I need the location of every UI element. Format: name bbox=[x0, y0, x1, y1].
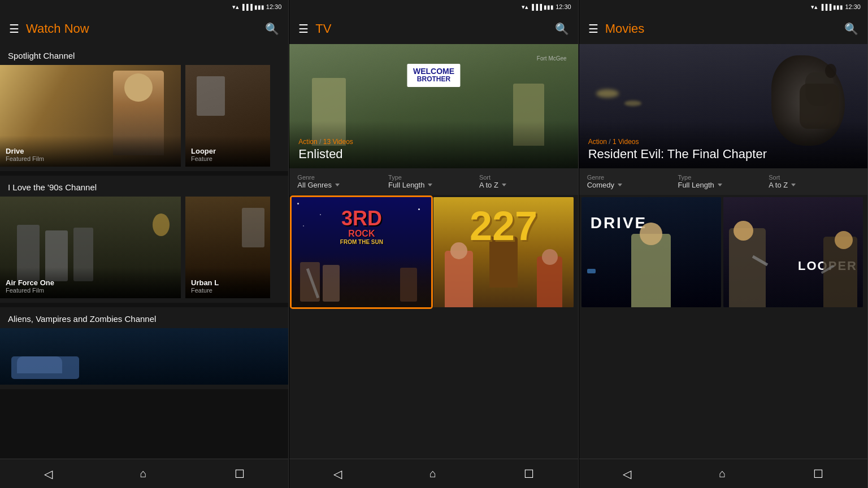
airforce-overlay: Air Force One Featured Film bbox=[0, 267, 181, 298]
back-btn-3[interactable]: ◁ bbox=[609, 463, 645, 485]
type-filter-label: Type bbox=[388, 174, 479, 181]
drive-overlay: Drive Featured Film bbox=[0, 136, 181, 167]
status-icons-1: ▾▴ ▐▐▐ ▮▮▮ 12:30 bbox=[232, 3, 282, 11]
movies-grid: DRIVE LOOPER bbox=[579, 195, 867, 459]
urban-card[interactable]: Urban L Feature bbox=[185, 197, 270, 298]
home-btn-1[interactable]: ⌂ bbox=[127, 463, 160, 485]
tv-genre-label: Action bbox=[298, 138, 317, 146]
wifi-icon: ▾▴ bbox=[232, 3, 239, 11]
90s-section: I Love the '90s Channel Air Force One bbox=[0, 176, 288, 303]
movies-type-filter[interactable]: Type Full Length bbox=[678, 174, 769, 189]
drive-card[interactable]: Drive Featured Film bbox=[0, 65, 181, 167]
sort-filter-label: Sort bbox=[479, 174, 570, 181]
spotlight-row: Drive Featured Film Looper Feature bbox=[0, 65, 288, 171]
watch-now-content: Spotlight Channel Drive Featured Film bbox=[0, 44, 288, 459]
movies-genre-label: Genre bbox=[587, 174, 678, 181]
movies-genre-label: Action bbox=[588, 138, 607, 146]
tv-hero-overlay: Action / 13 Videos Enlisted bbox=[289, 121, 578, 168]
signal-icon: ▐▐▐ bbox=[241, 4, 253, 10]
urban-name: Urban L bbox=[191, 278, 264, 287]
sort-arrow-icon bbox=[502, 184, 506, 186]
movies-genre-filter[interactable]: Genre Comedy bbox=[587, 174, 678, 189]
type-filter[interactable]: Type Full Length bbox=[388, 174, 479, 189]
90s-title: I Love the '90s Channel bbox=[0, 176, 288, 197]
battery-icon-3: ▮▮▮ bbox=[833, 4, 843, 10]
spotlight-section: Spotlight Channel Drive Featured Film bbox=[0, 44, 288, 171]
movies-panel: ▾▴ ▐▐▐ ▮▮▮ 12:30 ☰ Movies 🔍 bbox=[579, 0, 868, 488]
urban-overlay: Urban L Feature bbox=[185, 267, 270, 298]
looper-movie-card[interactable]: LOOPER bbox=[723, 197, 863, 307]
home-btn-3[interactable]: ⌂ bbox=[705, 463, 739, 485]
movies-type-label: Type bbox=[678, 174, 769, 181]
movies-sort-label: Sort bbox=[769, 174, 860, 181]
tv-panel: ▾▴ ▐▐▐ ▮▮▮ 12:30 ☰ TV 🔍 WELCOME BROTHER … bbox=[289, 0, 578, 488]
search-icon-2[interactable]: 🔍 bbox=[555, 22, 569, 36]
movies-sort-arrow-icon bbox=[791, 184, 796, 186]
movies-hero-title: Resident Evil: The Final Chapter bbox=[588, 147, 858, 162]
battery-icon: ▮▮▮ bbox=[254, 4, 264, 10]
227-text: 227 bbox=[470, 206, 537, 246]
3rdrock-card[interactable]: 3RD ROCK FROM THE SUN bbox=[292, 197, 431, 307]
looper-name: Looper bbox=[191, 147, 264, 155]
airforce-card[interactable]: Air Force One Featured Film bbox=[0, 197, 181, 298]
looper-sub: Feature bbox=[191, 155, 264, 162]
menu-icon-1[interactable]: ☰ bbox=[9, 23, 19, 34]
movies-hero-overlay: Action / 1 Videos Resident Evil: The Fin… bbox=[579, 121, 867, 168]
movies-genre-count: 1 Videos bbox=[613, 138, 639, 146]
spotlight-title: Spotlight Channel bbox=[0, 44, 288, 65]
status-icons-3: ▾▴ ▐▐▐ ▮▮▮ 12:30 bbox=[811, 3, 861, 11]
wifi-icon-3: ▾▴ bbox=[811, 3, 818, 11]
status-icons-2: ▾▴ ▐▐▐ ▮▮▮ 12:30 bbox=[522, 3, 571, 11]
status-time-1: 12:30 bbox=[266, 3, 282, 10]
genre-filter[interactable]: Genre All Genres bbox=[297, 174, 388, 189]
movies-sort-filter[interactable]: Sort A to Z bbox=[769, 174, 860, 189]
bottom-nav-2: ◁ ⌂ ☐ bbox=[289, 459, 578, 488]
bottom-nav-3: ◁ ⌂ ☐ bbox=[579, 459, 867, 488]
tv-genre-count: 13 Videos bbox=[323, 138, 353, 146]
movies-hero-genre: Action / 1 Videos bbox=[588, 138, 858, 146]
search-icon-1[interactable]: 🔍 bbox=[265, 22, 279, 36]
status-time-2: 12:30 bbox=[555, 3, 571, 10]
drive-sub: Featured Film bbox=[6, 155, 175, 162]
search-icon-3[interactable]: 🔍 bbox=[844, 22, 858, 36]
movies-genre-arrow-icon bbox=[618, 184, 622, 186]
home-btn-2[interactable]: ⌂ bbox=[416, 463, 450, 485]
watch-now-panel: ▾▴ ▐▐▐ ▮▮▮ 12:30 ☰ Watch Now 🔍 Spotlight… bbox=[0, 0, 289, 488]
looper-card[interactable]: Looper Feature bbox=[185, 65, 270, 167]
drive-movie-card[interactable]: DRIVE bbox=[581, 197, 721, 307]
type-arrow-icon bbox=[428, 184, 432, 186]
status-bar-1: ▾▴ ▐▐▐ ▮▮▮ 12:30 bbox=[0, 0, 288, 14]
menu-icon-3[interactable]: ☰ bbox=[588, 23, 598, 34]
airforce-sub: Featured Film bbox=[6, 287, 175, 294]
movies-type-value: Full Length bbox=[678, 181, 769, 189]
genre-filter-label: Genre bbox=[297, 174, 388, 181]
genre-arrow-icon bbox=[335, 184, 340, 186]
movies-hero[interactable]: Action / 1 Videos Resident Evil: The Fin… bbox=[579, 44, 867, 168]
status-time-3: 12:30 bbox=[845, 3, 861, 10]
status-bar-3: ▾▴ ▐▐▐ ▮▮▮ 12:30 bbox=[579, 0, 867, 14]
status-bar-2: ▾▴ ▐▐▐ ▮▮▮ 12:30 bbox=[289, 0, 578, 14]
recents-btn-3[interactable]: ☐ bbox=[800, 463, 837, 485]
tv-shows-grid: 3RD ROCK FROM THE SUN 227 bbox=[289, 195, 578, 459]
drive-name: Drive bbox=[6, 147, 175, 155]
227-card[interactable]: 227 bbox=[433, 197, 573, 307]
menu-icon-2[interactable]: ☰ bbox=[298, 23, 309, 34]
back-btn-1[interactable]: ◁ bbox=[31, 463, 66, 485]
aliens-section: Aliens, Vampires and Zombies Channel bbox=[0, 307, 288, 389]
sort-filter[interactable]: Sort A to Z bbox=[479, 174, 570, 189]
tv-hero[interactable]: WELCOME BROTHER Fort McGee Action / 13 V… bbox=[289, 44, 578, 168]
tv-title: TV bbox=[315, 21, 548, 36]
recents-btn-2[interactable]: ☐ bbox=[510, 463, 548, 485]
signal-icon-3: ▐▐▐ bbox=[819, 4, 831, 10]
aliens-title: Aliens, Vampires and Zombies Channel bbox=[0, 307, 288, 328]
movies-sort-value: A to Z bbox=[769, 181, 860, 189]
watch-now-title: Watch Now bbox=[26, 21, 258, 36]
tv-filter-bar: Genre All Genres Type Full Length Sort A… bbox=[289, 168, 578, 195]
movies-filter-bar: Genre Comedy Type Full Length Sort A to … bbox=[579, 168, 867, 195]
airforce-name: Air Force One bbox=[6, 278, 175, 287]
bottom-nav-1: ◁ ⌂ ☐ bbox=[0, 459, 288, 488]
recents-btn-1[interactable]: ☐ bbox=[221, 463, 258, 485]
back-btn-2[interactable]: ◁ bbox=[320, 463, 355, 485]
battery-icon-2: ▮▮▮ bbox=[544, 4, 554, 10]
signal-icon-2: ▐▐▐ bbox=[530, 4, 542, 10]
